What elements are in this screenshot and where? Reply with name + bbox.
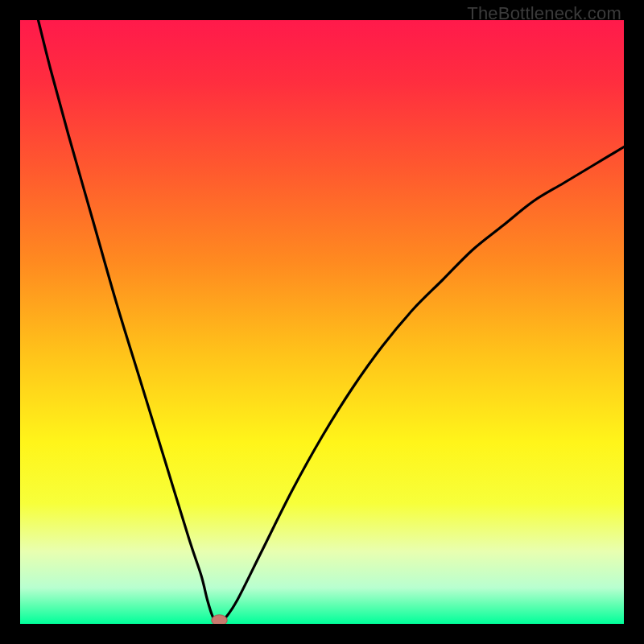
watermark-text: TheBottleneck.com [467,3,621,24]
minimum-marker [212,615,228,624]
bottleneck-chart [20,20,624,624]
gradient-background [20,20,624,624]
chart-frame [20,20,624,624]
